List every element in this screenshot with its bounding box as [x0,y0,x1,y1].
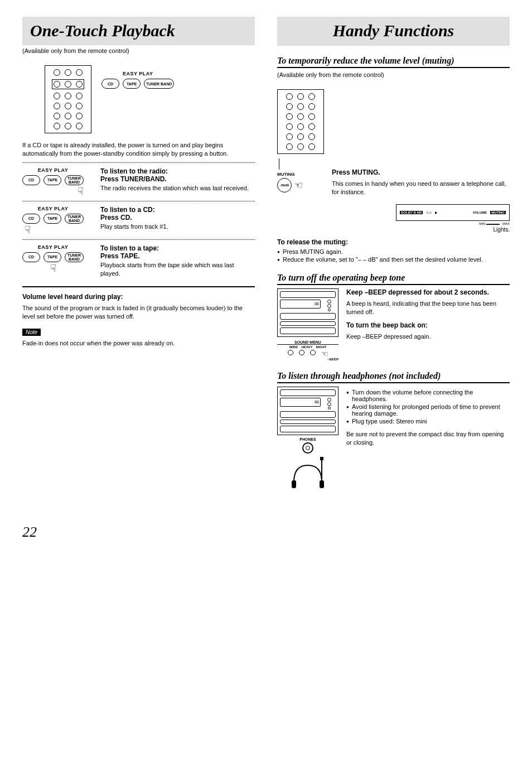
release-bullet-1: Press MUTING again. [277,248,510,255]
remote-diagram-left [45,65,91,133]
muting-label: MUTING [277,172,324,177]
easy-play-label: EASY PLAY [101,71,174,76]
tuner-pill: TUNER BAND [65,175,84,185]
beep-keep-body: A beep is heard, indicating that the bee… [346,300,510,316]
cd-action: Press CD. [100,214,255,221]
sound-menu-label: SOUND MENU [277,340,338,344]
tape-body: Playback starts from the tape side which… [100,261,255,278]
cd-pill: CD [22,214,40,224]
tape-action: Press TAPE. [100,252,255,260]
cd-pill: CD [101,79,119,89]
tuner-pill: TUNER BAND [65,214,84,224]
muting-availability: (Available only from the remote control) [277,71,510,78]
tape-pill: TAPE [43,252,61,262]
hand-icon: ☟ [25,225,84,235]
easy-play-label-2: EASY PLAY [22,206,84,211]
press-muting-body: This comes in handy when you need to ans… [332,180,510,196]
volume-heading: Volume level heard during play: [22,293,255,301]
unit-diagram-beep: 88 [277,288,338,337]
phones-jack-icon [302,442,313,454]
phones-bullet-2: Avoid listening for prolonged periods of… [346,403,510,417]
left-title: One-Touch Playback [22,17,255,45]
hand-icon: ☜ [321,350,328,358]
release-muting-head: To release the muting: [277,238,510,246]
display-panel: DOLBY B NR ⊂⊃ ▶ VOLUME MUTING [396,204,510,221]
phones-bullet-3: Plug type used: Stereo mini [346,418,510,425]
muting-section-head: To temporarily reduce the volume level (… [277,56,510,68]
phones-section-head: To listen through headphones (not includ… [277,371,510,383]
tape-pill: TAPE [123,79,141,89]
svg-rect-3 [320,457,323,460]
page-number: 22 [22,524,510,541]
easy-play-label-1: EASY PLAY [22,167,84,173]
cd-pill: CD [22,175,40,185]
tape-pill: TAPE [43,214,61,224]
phones-label: PHONES [277,437,338,441]
tuner-pill: TUNER BAND [65,252,84,262]
tape-title: To listen to a tape: [100,244,255,252]
note-body: Fade-in does not occur when the power wa… [22,339,255,348]
hand-icon: ☟ [22,186,84,196]
cd-title: To listen to a CD: [100,206,255,214]
volume-body: The sound of the program or track is fad… [22,304,255,321]
left-availability: (Available only from the remote control) [22,47,255,54]
radio-action: Press TUNER/BAND. [100,175,255,183]
separator [22,162,255,163]
beep-keep-head: Keep –BEEP depressed for about 2 seconds… [346,288,510,296]
cd-body: Play starts from track #1. [100,223,255,231]
phones-closing: Be sure not to prevent the compact disc … [346,430,510,447]
phones-bullet-1: Turn down the volume before connecting t… [346,389,510,402]
note-badge: Note [22,329,41,336]
headphone-icon [288,457,327,490]
hand-icon: ☜ [294,180,303,190]
tuner-pill: TUNER BAND [144,79,174,89]
beep-on-body: Keep –BEEP depressed again. [346,333,510,341]
separator-solid [22,286,255,287]
right-title: Handy Functions [277,17,510,46]
press-muting-head: Press MUTING. [332,168,510,176]
beep-section-head: To turn off the operating beep tone [277,273,510,285]
separator [22,201,255,201]
easy-play-label-3: EASY PLAY [22,244,84,250]
left-intro: If a CD or tape is already installed, th… [22,141,255,158]
radio-title: To listen to the radio: [100,167,255,175]
beep-on-head: To turn the beep back on: [346,321,510,329]
unit-diagram-phones: 88 [277,387,338,435]
lights-label: Lights. [277,227,510,233]
hand-icon: ☟ [22,263,84,273]
release-bullet-2: Reduce the volume, set to "– – dB" and t… [277,256,510,263]
muting-button-icon: -20dB [277,178,292,192]
svg-rect-1 [320,480,324,488]
svg-rect-0 [292,480,296,488]
separator [22,239,255,240]
tape-pill: TAPE [43,175,61,185]
beep-knob-label: –BEEP [277,358,338,361]
radio-body: The radio receives the station which was… [100,184,255,192]
cd-pill: CD [22,252,40,262]
remote-diagram-right [277,89,324,154]
